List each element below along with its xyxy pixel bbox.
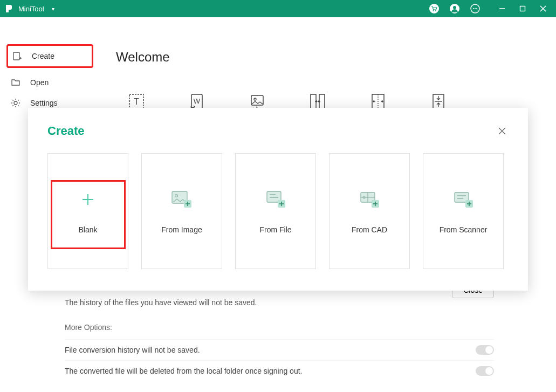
card-from-cad[interactable]: From CAD: [329, 153, 410, 269]
titlebar-left: MiniTool ▾: [4, 4, 54, 13]
svg-point-6: [473, 8, 474, 9]
option-label: The converted file will be deleted from …: [65, 367, 302, 375]
svg-point-1: [433, 10, 434, 11]
sidebar-item-label: Create: [32, 52, 54, 60]
card-from-file[interactable]: From File: [235, 153, 316, 269]
option-row-delete: The converted file will be deleted from …: [65, 360, 494, 381]
card-label: From Scanner: [440, 225, 488, 234]
more-options-label: More Options:: [65, 323, 494, 332]
file-icon: [265, 189, 286, 210]
svg-rect-10: [520, 6, 525, 11]
image-icon: [171, 189, 193, 210]
card-label: From File: [259, 225, 291, 234]
card-from-scanner[interactable]: From Scanner: [423, 153, 504, 269]
user-icon[interactable]: [449, 3, 460, 14]
svg-point-8: [476, 8, 477, 9]
card-row: Blank From Image From File From CAD From…: [47, 153, 509, 269]
titlebar: MiniTool ▾: [0, 0, 556, 17]
modal-header: Create: [47, 124, 509, 138]
sidebar-create-highlight: Create: [6, 44, 93, 68]
svg-point-16: [14, 101, 17, 105]
create-modal: Create Blank From Image From File: [28, 108, 528, 291]
window-controls: [496, 3, 550, 14]
app-name: MiniTool: [18, 5, 44, 13]
gear-icon: [11, 98, 20, 108]
bottom-settings: Close The history of the files you have …: [65, 282, 494, 381]
create-icon: [12, 51, 22, 61]
sidebar-item-label: Settings: [30, 99, 58, 107]
svg-point-0: [429, 4, 439, 13]
svg-point-7: [475, 8, 476, 9]
minimize-button[interactable]: [496, 3, 509, 14]
svg-text:T: T: [134, 97, 139, 106]
svg-point-4: [453, 6, 456, 9]
option-label: File conversion history will not be save…: [65, 346, 200, 354]
svg-point-2: [435, 10, 436, 11]
cad-icon: [359, 189, 380, 210]
app-menu-caret-icon[interactable]: ▾: [52, 6, 54, 12]
chat-icon[interactable]: [470, 3, 481, 14]
app-logo-icon: [4, 4, 14, 13]
welcome-title: Welcome: [116, 50, 545, 65]
option-row-history: File conversion history will not be save…: [65, 339, 494, 360]
modal-close-button[interactable]: [496, 125, 509, 137]
blank-highlight: [51, 180, 126, 249]
maximize-button[interactable]: [516, 3, 529, 14]
sidebar-item-create[interactable]: Create: [9, 47, 91, 65]
card-blank[interactable]: Blank: [47, 153, 128, 269]
scanner-icon: [452, 189, 474, 210]
sidebar-item-open[interactable]: Open: [6, 72, 93, 93]
svg-rect-21: [251, 95, 263, 105]
close-button[interactable]: [537, 3, 550, 14]
cart-icon[interactable]: [429, 3, 440, 14]
svg-point-22: [254, 98, 256, 100]
svg-rect-13: [13, 52, 19, 60]
card-label: From CAD: [352, 225, 387, 234]
card-from-image[interactable]: From Image: [141, 153, 222, 269]
card-label: From Image: [161, 225, 202, 234]
folder-icon: [11, 78, 20, 87]
modal-title: Create: [47, 124, 84, 138]
svg-text:W: W: [194, 97, 201, 105]
toggle-history[interactable]: [476, 345, 494, 355]
history-desc: The history of the files you have viewed…: [65, 298, 494, 307]
sidebar-item-label: Open: [30, 78, 49, 87]
titlebar-right: [429, 3, 552, 14]
toggle-delete[interactable]: [476, 366, 494, 376]
